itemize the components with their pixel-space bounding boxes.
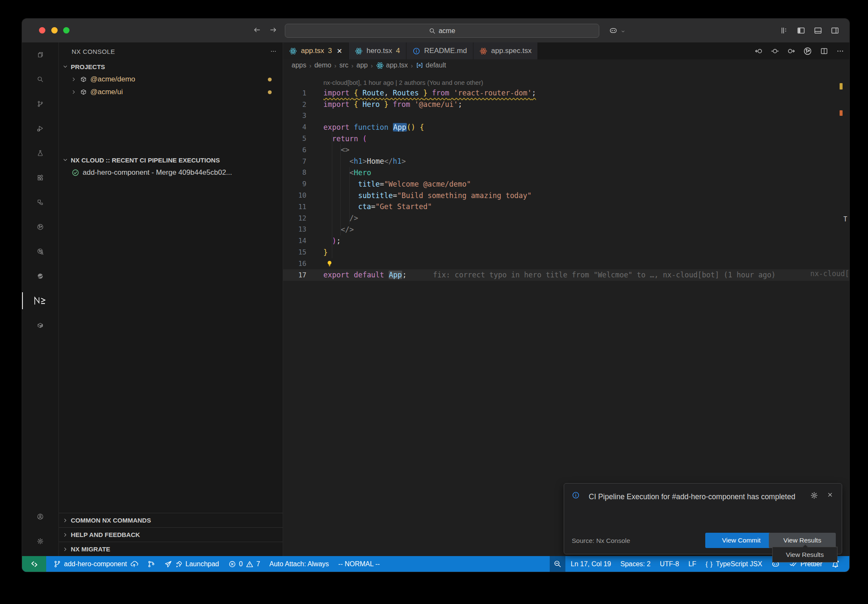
section-projects[interactable]: PROJECTS (59, 60, 283, 73)
activity-bar-item-testing[interactable] (22, 141, 58, 165)
activity-bar-item-search[interactable] (22, 67, 58, 92)
lightbulb-icon[interactable] (326, 260, 333, 267)
code-line-13[interactable]: 13 </> (283, 224, 849, 235)
gitlens-circle-icon[interactable] (803, 47, 812, 56)
nav-circle-icon[interactable] (771, 47, 779, 55)
status-label: Auto Attach: Always (270, 560, 329, 568)
view-commit-button[interactable]: View Commit (705, 533, 777, 548)
nav-forward-icon[interactable] (269, 26, 277, 34)
tab-hero.tsx[interactable]: hero.tsx4 (349, 42, 406, 59)
status-label: TypeScript JSX (716, 560, 762, 568)
code-text: <> (306, 145, 349, 154)
activity-bar-item-extensions[interactable] (22, 165, 58, 190)
chevron-right-icon[interactable] (71, 89, 77, 95)
status-item-ln-17-col-19[interactable]: Ln 17, Col 19 (567, 556, 615, 572)
status-item-0[interactable]: 07 (225, 556, 264, 572)
code-line-5[interactable]: 5 return ( (283, 133, 849, 144)
code-line-9[interactable]: 9 title="Welcome @acme/demo" (283, 178, 849, 190)
code-line-1[interactable]: 1import { Route, Routes } from 'react-ro… (283, 87, 849, 99)
pipeline-execution-item[interactable]: add-hero-component - Merge 409b44e5cb02.… (59, 166, 283, 179)
activity-bar-item-edge-tools[interactable] (22, 264, 58, 288)
code-line-12[interactable]: 12 /> (283, 213, 849, 224)
split-editor-icon[interactable] (820, 47, 828, 55)
activity-bar (22, 42, 59, 556)
screen: { "title_bar": { "search_value": "acme",… (0, 0, 868, 604)
code-line-16[interactable]: 16 (283, 258, 849, 269)
section-nx-cloud[interactable]: NX CLOUD :: RECENT CI PIPELINE EXECUTION… (59, 154, 283, 166)
activity-bar-item-account[interactable] (22, 504, 58, 529)
tab-app.tsx[interactable]: app.tsx3✕ (283, 42, 349, 59)
section-nx-migrate[interactable]: NX MIGRATE (59, 542, 283, 556)
toggle-panel-icon[interactable] (814, 26, 822, 35)
status-item-lf[interactable]: LF (684, 556, 700, 572)
breadcrumb-item-src[interactable]: src (339, 62, 348, 69)
close-icon[interactable] (827, 492, 833, 498)
command-center[interactable]: acme (285, 24, 599, 38)
breadcrumb-item-app.tsx[interactable]: app.tsx (376, 62, 408, 70)
error-circle-icon (228, 560, 236, 568)
tab-app.spec.tsx[interactable]: app.spec.tsx (473, 42, 538, 59)
nav-back-icon[interactable] (253, 26, 261, 34)
project-item[interactable]: @acme/ui (59, 86, 283, 98)
chevron-right-icon[interactable] (71, 76, 77, 82)
react-blue-icon (355, 47, 363, 55)
code-line-3[interactable]: 3 (283, 110, 849, 122)
activity-bar-item-gitlens[interactable] (22, 215, 58, 239)
code-line-17[interactable]: 17export default App;fix: correct typo i… (283, 269, 849, 281)
activity-bar-item-explorer[interactable] (22, 42, 58, 67)
status-item[interactable] (144, 556, 159, 572)
nav-forward-circle-icon[interactable] (787, 47, 795, 55)
remote-indicator[interactable] (22, 556, 46, 572)
more-actions-icon[interactable] (836, 47, 844, 55)
close-tab-icon[interactable]: ✕ (337, 47, 342, 55)
close-window-button[interactable] (39, 27, 45, 34)
code-line-15[interactable]: 15} (283, 246, 849, 258)
code-line-7[interactable]: 7 <h1>Home</h1> (283, 156, 849, 167)
code-line-10[interactable]: 10 subtitle="Build something amazing tod… (283, 190, 849, 201)
code-line-2[interactable]: 2import { Hero } from '@acme/ui'; (283, 99, 849, 110)
toggle-primary-sidebar-icon[interactable] (797, 26, 805, 35)
project-item[interactable]: @acme/demo (59, 73, 283, 86)
nav-back-circle-icon[interactable] (755, 47, 763, 55)
gear-icon[interactable] (810, 492, 818, 499)
tab-README.md[interactable]: README.md (406, 42, 473, 59)
code-line-11[interactable]: 11 cta="Get Started" (283, 201, 849, 213)
breadcrumb-item-apps[interactable]: apps (292, 62, 306, 69)
breadcrumb-label: app.tsx (386, 62, 408, 69)
toggle-secondary-sidebar-icon[interactable] (831, 26, 839, 35)
zoom-window-button[interactable] (63, 27, 70, 34)
status-item-utf-8[interactable]: UTF-8 (656, 556, 683, 572)
code-line-8[interactable]: 8 <Hero (283, 167, 849, 179)
activity-bar-item-run-debug[interactable] (22, 116, 58, 141)
status-item--normal-[interactable]: -- NORMAL -- (334, 556, 384, 572)
status-item-auto-attach-always[interactable]: Auto Attach: Always (266, 556, 333, 572)
activity-bar-item-gitlens-inspect[interactable] (22, 239, 58, 264)
activity-bar-item-nx-console[interactable] (22, 288, 58, 313)
status-item-add-hero-component[interactable]: add-hero-component (50, 556, 142, 572)
activity-bar-item-source-control[interactable] (22, 92, 58, 116)
view-results-button[interactable]: View Results (769, 533, 836, 548)
activity-bar-item-containers[interactable] (22, 313, 58, 338)
code-line-4[interactable]: 4export function App() { (283, 121, 849, 133)
customize-layout-icon[interactable] (780, 26, 788, 35)
breadcrumb-item-default[interactable]: default (416, 62, 446, 69)
breadcrumb-item-demo[interactable]: demo (314, 62, 331, 69)
more-actions-icon[interactable] (270, 48, 277, 55)
minimize-window-button[interactable] (51, 27, 58, 34)
section-help-and-feedback[interactable]: HELP AND FEEDBACK (59, 527, 283, 542)
status-label: -- NORMAL -- (338, 560, 380, 568)
section-common-nx-commands[interactable]: COMMON NX COMMANDS (59, 513, 283, 527)
breadcrumb-item-app[interactable]: app (356, 62, 368, 69)
status-item-launchpad[interactable]: Launchpad (161, 556, 223, 572)
code-line-14[interactable]: 14 ); (283, 235, 849, 246)
chevron-down-icon[interactable] (620, 29, 626, 34)
status-item-spaces-2[interactable]: Spaces: 2 (617, 556, 654, 572)
activity-bar-item-related-projects[interactable] (22, 190, 58, 215)
activity-bar-item-settings[interactable] (22, 529, 58, 554)
status-item[interactable] (550, 556, 565, 572)
status-label: 7 (256, 560, 260, 568)
code-line-6[interactable]: 6 <> (283, 144, 849, 156)
copilot-icon[interactable] (609, 26, 618, 35)
line-number: 3 (283, 112, 306, 120)
status-item-typescript-jsx[interactable]: { }TypeScript JSX (702, 556, 766, 572)
